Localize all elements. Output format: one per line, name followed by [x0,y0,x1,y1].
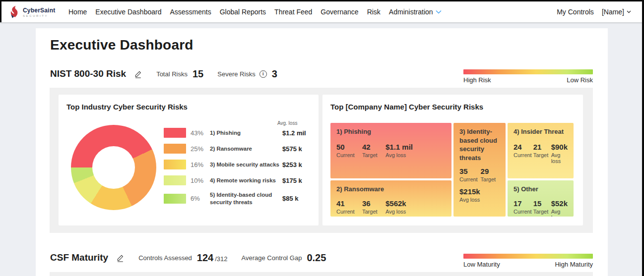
tile-target-label: Target [533,152,551,158]
tile-current-value: 41 [336,199,362,208]
pencil-icon [134,70,142,78]
risk-scale: High Risk Low Risk [463,69,593,84]
tile-avg-loss-label: Avg loss [551,209,568,217]
nav-item-home[interactable]: Home [68,8,87,16]
risk-tile-phishing[interactable]: 1) Phishing 50Current 42Target $1.1 milA… [330,123,451,178]
severe-risks-label: Severe Risks [217,70,256,78]
tile-target-label: Target [481,176,500,182]
info-icon[interactable] [259,70,267,78]
legend-swatch-phishing [164,128,186,138]
tile-title: 5) Other [514,185,568,194]
legend-pct: 6% [191,195,207,202]
tile-current-label: Current [514,152,533,158]
edit-csf-button[interactable] [116,254,125,262]
risk-charts-strip: Top Industry Cyber Security Risks Avg. l… [50,88,593,233]
csf-scale: Low Maturity High Maturity [463,254,593,268]
main-panel: Executive Dashboard NIST 800-30 Risk Tot… [36,28,608,276]
legend-label: 5) Identity-based cloud security threats [210,191,280,206]
tile-current-value: 35 [459,167,481,175]
window-top-edge [0,0,644,1]
window-right-edge [642,0,644,276]
legend-swatch-mobile [164,160,186,169]
legend-label: 4) Remote working risks [210,177,280,184]
risk-tile-other[interactable]: 5) Other 17Current 15Target $52kAvg loss [508,180,574,217]
legend-pct: 16% [191,161,207,168]
nav-right: My Controls [Name] [557,8,644,16]
csf-section-title: CSF Maturity [50,252,108,263]
legend-swatch-remote-working [164,175,186,185]
tile-current-label: Current [336,209,362,215]
legend-avg-loss: $1.2 mil [282,129,306,137]
nav-item-assessments[interactable]: Assessments [170,8,211,16]
legend-pct: 43% [191,129,207,137]
tile-avg-loss-value: $215k [459,187,500,196]
csf-section-header: CSF Maturity Controls Assessed 124 /312 … [50,251,326,265]
window-left-edge [0,0,1,22]
tile-avg-loss-value: $562k [386,199,406,208]
tile-title: 3) Identity-based cloud security threats [459,127,500,162]
tile-title: 1) Phishing [336,127,446,136]
nav-item-risk[interactable]: Risk [367,8,381,16]
legend-avg-loss: $175 k [282,177,302,184]
risk-tile-insider-threat[interactable]: 4) Insider Threat 24Current 21Target $90… [508,123,574,178]
total-risks-label: Total Risks [156,70,188,78]
tile-avg-loss-value: $1.1 mil [386,143,413,151]
industry-card-title: Top Industry Cyber Security Risks [66,103,188,111]
cybersaint-logo-icon [9,5,20,19]
severe-risks-value: 3 [272,68,277,80]
brand-logo-block[interactable]: CyberSaint SECURITY [9,5,59,19]
tile-current-value: 50 [336,143,362,151]
tile-target-label: Target [362,209,386,215]
tile-target-value: 21 [533,143,551,151]
tile-target-label: Target [362,152,386,158]
nav-item-threat-feed[interactable]: Threat Feed [274,8,312,16]
nav-item-my-controls[interactable]: My Controls [557,8,594,16]
total-risks-value: 15 [193,68,203,80]
tile-current-value: 17 [514,199,533,208]
chevron-down-icon [627,10,631,13]
csf-charts-strip [50,272,593,276]
legend-avg-loss: $575 k [282,145,302,153]
risk-section-title: NIST 800-30 Risk [50,68,126,79]
risk-section-header: NIST 800-30 Risk Total Risks 15 Severe R… [50,67,277,81]
tile-current-value: 24 [514,143,533,151]
legend-row: 10% 4) Remote working risks $175 k [164,175,313,185]
tile-current-label: Current [459,176,481,182]
top-nav: CyberSaint SECURITY Home Executive Dashb… [0,1,644,22]
tile-avg-loss-value: $52k [551,199,568,208]
nav-item-governance[interactable]: Governance [321,8,358,16]
legend-avg-loss: $85 k [282,195,299,202]
legend-row: 16% 3) Mobile security attacks $253 k [164,160,313,169]
tile-target-value: 42 [362,143,386,151]
controls-assessed-label: Controls Assessed [138,254,192,262]
nav-item-global-reports[interactable]: Global Reports [220,8,266,16]
csf-scale-gradient-bar [463,254,593,259]
avg-loss-column-header: Avg. loss [277,120,297,126]
nav-item-administration[interactable]: Administration [389,8,442,16]
risk-scale-left-label: High Risk [463,76,491,84]
risk-scale-gradient-bar [463,69,593,74]
edit-risk-button[interactable] [134,70,142,78]
controls-assessed-value: 124 [197,252,213,264]
nav-menu: Home Executive Dashboard Assessments Glo… [68,8,442,16]
brand-name: CyberSaint [23,7,55,14]
risk-tile-ransomware[interactable]: 2) Ransomware 41Current 36Target $562kAv… [330,180,451,217]
legend-row: 25% 2) Ransomware $575 k [164,144,313,154]
legend-avg-loss: $253 k [282,161,302,168]
tile-avg-loss-label: Avg loss [551,152,568,164]
legend-label: 3) Mobile security attacks [210,161,280,168]
csf-scale-right-label: High Maturity [555,261,593,268]
industry-donut-chart[interactable] [71,125,156,210]
tile-title: 4) Insider Threat [514,127,568,136]
risk-tile-identity-cloud[interactable]: 3) Identity-based cloud security threats… [453,123,506,217]
nav-item-executive-dashboard[interactable]: Executive Dashboard [95,8,161,16]
avg-control-gap-label: Average Control Gap [242,254,302,262]
user-menu[interactable]: [Name] [602,8,631,16]
legend-label: 2) Ransomware [210,145,280,153]
tile-avg-loss-label: Avg loss [459,197,500,203]
brand-tagline: SECURITY [23,14,55,17]
tile-avg-loss-label: Avg loss [386,152,413,158]
company-risks-card: Top [Company Name] Cyber Security Risks … [322,95,583,225]
tile-current-label: Current [336,152,362,158]
tile-avg-loss-value: $90k [551,143,568,151]
